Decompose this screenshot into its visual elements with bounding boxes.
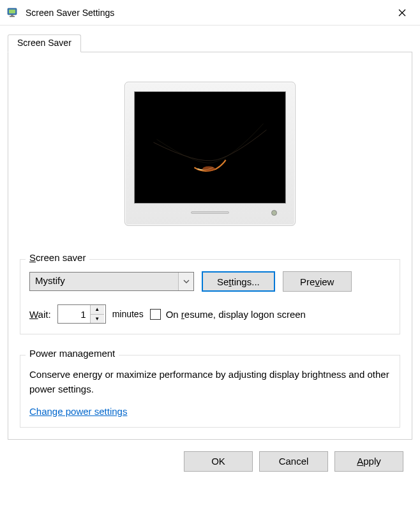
dialog-buttons: OK Cancel Apply — [8, 440, 412, 481]
ok-button[interactable]: OK — [184, 451, 253, 472]
resume-checkbox-label: On resume, display logon screen — [166, 309, 306, 320]
wait-spinner-down[interactable]: ▼ — [91, 315, 104, 324]
preview-button[interactable]: Preview — [283, 271, 352, 292]
wait-input[interactable] — [58, 305, 90, 323]
change-power-settings-link[interactable]: Change power settings — [29, 406, 127, 417]
svg-rect-2 — [11, 15, 13, 16]
screensaver-group: Screen saver Mystify Settings... Preview… — [20, 259, 400, 334]
screensaver-dropdown-value: Mystify — [30, 273, 178, 290]
chevron-down-icon — [178, 273, 193, 290]
screensaver-group-label: Screen saver — [26, 252, 89, 263]
screensaver-preview-screen — [134, 91, 286, 204]
svg-point-6 — [202, 167, 215, 172]
monitor-led-icon — [271, 210, 277, 216]
preview-area — [20, 64, 400, 257]
tabstrip: Screen Saver — [8, 34, 412, 52]
tab-screen-saver[interactable]: Screen Saver — [8, 34, 81, 52]
svg-rect-3 — [10, 16, 15, 17]
power-group-label: Power management — [26, 348, 119, 359]
wait-label: Wait: — [29, 309, 51, 320]
cancel-button[interactable]: Cancel — [259, 451, 328, 472]
wait-spinner-up[interactable]: ▲ — [91, 305, 104, 315]
power-group: Power management Conserve energy or maxi… — [20, 355, 400, 428]
titlebar: Screen Saver Settings — [0, 0, 420, 26]
wait-spinner[interactable]: ▲ ▼ — [57, 304, 106, 324]
close-icon — [398, 9, 406, 17]
screensaver-dropdown[interactable]: Mystify — [29, 272, 194, 291]
tab-panel: Screen saver Mystify Settings... Preview… — [8, 52, 412, 440]
app-icon — [6, 6, 19, 19]
minutes-label: minutes — [112, 309, 144, 319]
settings-button[interactable]: Settings... — [202, 271, 275, 292]
power-description: Conserve energy or maximize performance … — [29, 367, 391, 397]
monitor-slot — [191, 211, 229, 214]
monitor-preview — [124, 82, 296, 226]
checkbox-box — [150, 309, 161, 320]
svg-rect-1 — [9, 10, 15, 13]
window-title: Screen Saver Settings — [26, 8, 114, 18]
apply-button[interactable]: Apply — [334, 451, 403, 472]
resume-checkbox[interactable]: On resume, display logon screen — [150, 309, 306, 320]
close-button[interactable] — [387, 0, 417, 26]
